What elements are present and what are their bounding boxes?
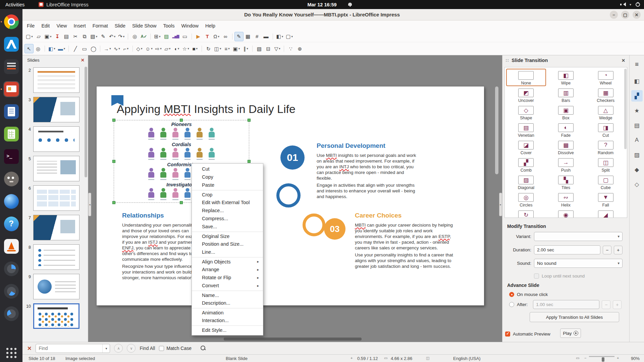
panel-splitter-left[interactable]: ◂ xyxy=(88,193,91,216)
duration-decrease-button[interactable]: − xyxy=(603,246,611,254)
selection-handle[interactable] xyxy=(180,119,183,122)
context-menu-item[interactable]: Line... xyxy=(192,248,263,256)
menu-item[interactable]: File xyxy=(23,21,38,30)
styles-icon[interactable]: A xyxy=(631,134,643,146)
after-decrease-button[interactable]: − xyxy=(602,300,610,309)
save-button[interactable]: ▣ xyxy=(43,32,53,41)
zoom-out-icon[interactable]: − xyxy=(584,356,586,360)
find-input[interactable] xyxy=(36,346,102,351)
print-button[interactable]: ▤ xyxy=(62,32,71,41)
slide-canvas[interactable]: Applying MBTI Insights in Daily Life Pio… xyxy=(97,86,484,305)
gallery-icon[interactable]: ▨ xyxy=(631,149,643,161)
align-tool[interactable]: ≡ xyxy=(223,44,232,53)
context-menu-item[interactable]: Paste xyxy=(192,181,263,189)
filter-tool[interactable]: ▽ xyxy=(273,44,282,53)
redo-button[interactable]: ↷ xyxy=(117,32,126,41)
terminal-icon[interactable] xyxy=(3,148,19,165)
context-menu-item[interactable]: Arrange xyxy=(192,265,263,274)
star-shapes-tool[interactable]: ☆ xyxy=(181,44,191,53)
duration-increase-button[interactable]: + xyxy=(614,246,623,254)
context-menu-item[interactable]: Name... xyxy=(192,291,263,299)
slide-thumbnail[interactable]: 3 xyxy=(22,97,88,122)
vscode-icon[interactable] xyxy=(3,36,19,52)
selection-handle[interactable] xyxy=(180,201,183,204)
special-character-button[interactable]: Ω xyxy=(212,32,221,41)
selection-handle[interactable] xyxy=(248,160,251,163)
gimp-icon[interactable] xyxy=(3,171,19,187)
maximize-button[interactable]: ▢ xyxy=(621,11,629,19)
context-menu-item[interactable]: Replace... xyxy=(192,206,263,215)
transition-option[interactable]: ◧ Wipe xyxy=(546,69,586,86)
rotate-tool[interactable]: ↻ xyxy=(204,44,213,53)
context-menu-item[interactable]: Edit with External Tool xyxy=(192,198,263,206)
transition-option[interactable]: ▨ Diagonal xyxy=(506,173,546,191)
automatic-preview-checkbox[interactable] xyxy=(505,331,510,337)
new-slide-button[interactable]: ▢ xyxy=(284,32,294,41)
callout-shapes-tool[interactable]: ◖ xyxy=(172,44,181,53)
slide-thumbnail[interactable]: 10 xyxy=(22,303,88,329)
menu-item[interactable]: Slide Show xyxy=(129,21,160,30)
after-input[interactable] xyxy=(533,300,599,309)
transition-option[interactable]: ▥ Bars xyxy=(546,86,586,104)
sphere-icon[interactable] xyxy=(3,193,19,209)
find-replace-button[interactable]: ◎ xyxy=(130,32,139,41)
transition-option[interactable]: ◇ Shape xyxy=(506,104,546,121)
slide-thumbnail-preview[interactable] xyxy=(33,67,79,93)
activities-button[interactable]: Activities xyxy=(5,2,24,7)
layout-status[interactable]: Blank Slide xyxy=(226,356,248,361)
after-radio[interactable] xyxy=(509,302,514,307)
selection-handle[interactable] xyxy=(112,119,115,122)
context-menu-item[interactable]: Convert xyxy=(192,282,263,290)
insert-chart-button[interactable]: ▂▅▇ xyxy=(171,32,180,41)
menu-item[interactable]: Slide xyxy=(111,21,129,30)
help-icon[interactable] xyxy=(3,216,19,232)
connectors-tool[interactable]: ⌐ xyxy=(121,44,130,53)
context-menu-item[interactable]: Compress... xyxy=(192,215,263,223)
insert-image-button[interactable]: ▨ xyxy=(162,32,171,41)
transition-option[interactable]: ▼ Fall xyxy=(586,191,626,208)
flip-tool[interactable]: ◫ xyxy=(213,44,223,53)
points-tool[interactable]: ∵ xyxy=(286,44,295,53)
transition-option[interactable]: ◎ Circles xyxy=(506,191,546,208)
find-next-button[interactable]: ∨ xyxy=(127,344,136,353)
section-personal-development[interactable]: Personal Development Use MBTI insights t… xyxy=(317,142,418,201)
context-menu-item[interactable]: Original Size xyxy=(192,232,263,240)
transition-option[interactable]: ◪ Cover xyxy=(506,138,546,156)
transition-option[interactable]: None xyxy=(506,69,546,86)
master-slides-icon[interactable]: ▤ xyxy=(631,120,643,131)
slide-thumbnail[interactable]: 2 xyxy=(22,67,88,93)
shapes-icon[interactable]: ◇ xyxy=(631,179,643,190)
find-and-replace-icon[interactable] xyxy=(200,345,206,351)
context-menu-item[interactable]: Interaction... xyxy=(192,316,263,324)
lines-arrows-tool[interactable]: → xyxy=(102,44,112,53)
impress-icon[interactable] xyxy=(3,81,19,97)
transition-option[interactable]: ▩ Dissolve xyxy=(546,138,586,156)
new-document-button[interactable]: ▢ xyxy=(24,32,34,41)
crop-tool[interactable]: ⊟ xyxy=(264,44,273,53)
transition-option[interactable]: ◉ Iris xyxy=(546,208,586,218)
calc-icon[interactable] xyxy=(3,126,19,142)
cut-button[interactable]: ✂ xyxy=(71,32,80,41)
shadow-tool[interactable]: ▧ xyxy=(255,44,264,53)
undo-button[interactable]: ↶ xyxy=(108,32,117,41)
insert-textbox-button[interactable]: ▭ xyxy=(180,32,190,41)
distribute-tool[interactable]: ∥ xyxy=(241,44,250,53)
darkapp3-icon[interactable] xyxy=(3,306,19,322)
match-case-checkbox[interactable] xyxy=(159,346,164,351)
context-menu-item[interactable]: Cut xyxy=(192,165,263,173)
ellipse-tool[interactable]: ◯ xyxy=(89,44,98,53)
flowchart-tool[interactable]: ▱ xyxy=(163,44,172,53)
context-menu-item[interactable]: Align Objects xyxy=(192,257,263,265)
symbol-shapes-tool[interactable]: ☺ xyxy=(144,44,154,53)
transition-option[interactable]: ↻ Turn Around xyxy=(506,208,546,218)
context-menu-item[interactable]: Save... xyxy=(192,223,263,231)
show-draw-functions-button[interactable]: ✎ xyxy=(234,32,244,41)
context-menu-item[interactable]: Edit Style... xyxy=(192,325,263,334)
on-mouse-click-radio[interactable] xyxy=(509,292,514,297)
slide-thumbnail-preview[interactable] xyxy=(33,185,79,211)
variant-dropdown[interactable] xyxy=(534,232,623,241)
slide-thumbnail-preview[interactable] xyxy=(33,126,79,152)
navigator-icon[interactable]: ◆ xyxy=(631,164,643,175)
darkapp1-icon[interactable] xyxy=(3,261,19,277)
slide-thumbnail[interactable]: 8 xyxy=(22,244,88,270)
